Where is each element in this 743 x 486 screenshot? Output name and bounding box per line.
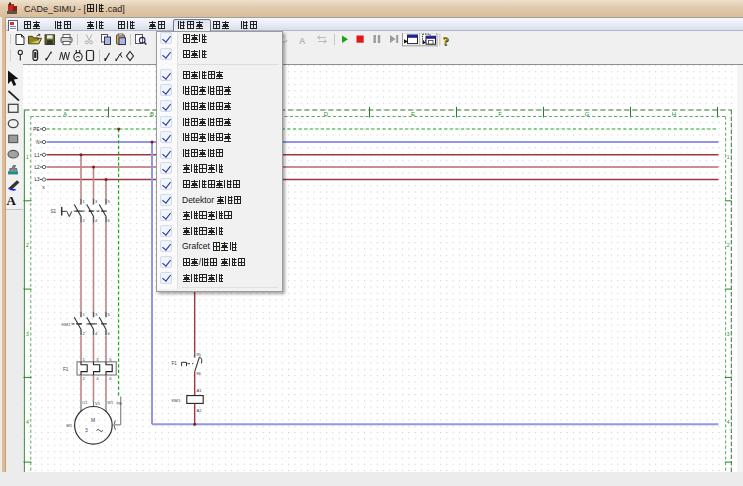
- svg-text:3: 3: [85, 427, 88, 433]
- svg-text:S1: S1: [51, 209, 57, 214]
- svg-text:A: A: [7, 193, 17, 208]
- svg-text:PE: PE: [117, 401, 123, 406]
- svg-text:W1: W1: [107, 400, 114, 405]
- svg-text:2: 2: [26, 242, 29, 248]
- svg-text:KM1: KM1: [62, 322, 71, 327]
- svg-text:4: 4: [26, 419, 29, 425]
- svg-text:M: M: [91, 417, 95, 423]
- svg-text:U1: U1: [82, 400, 88, 405]
- svg-text:1: 1: [26, 154, 29, 160]
- svg-text:L1: L1: [34, 153, 40, 158]
- svg-text:V1: V1: [95, 401, 101, 406]
- svg-text:?: ?: [443, 33, 450, 48]
- svg-text:4: 4: [727, 419, 730, 425]
- svg-text:F1: F1: [172, 361, 178, 366]
- svg-text:L3: L3: [34, 177, 40, 182]
- svg-text:3: 3: [26, 331, 29, 337]
- svg-text:96: 96: [196, 371, 201, 376]
- svg-text:2: 2: [727, 242, 730, 248]
- svg-text:PE: PE: [33, 127, 39, 132]
- svg-text:95: 95: [196, 352, 201, 357]
- svg-text:F1: F1: [63, 367, 69, 372]
- svg-text:A: A: [299, 36, 306, 46]
- svg-text:3: 3: [727, 331, 730, 337]
- svg-text:A1: A1: [197, 388, 203, 393]
- svg-text:M1: M1: [66, 423, 72, 428]
- svg-text:N: N: [36, 140, 39, 145]
- svg-text:L2: L2: [34, 165, 40, 170]
- svg-text:KM1: KM1: [172, 398, 181, 403]
- svg-text:A2: A2: [197, 408, 203, 413]
- svg-text:1: 1: [727, 154, 730, 160]
